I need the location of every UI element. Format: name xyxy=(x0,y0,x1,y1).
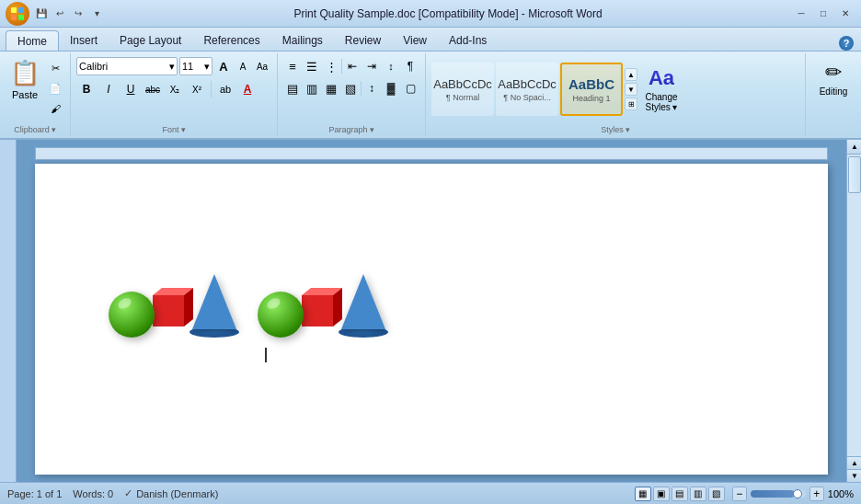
redo-quick-btn[interactable]: ↪ xyxy=(70,6,86,22)
font-divider xyxy=(211,81,212,97)
zoom-slider-thumb[interactable] xyxy=(793,489,802,498)
zoom-in-button[interactable]: + xyxy=(809,487,824,501)
multilevel-list-button[interactable]: ⋮ xyxy=(322,57,340,75)
web-layout-view-btn[interactable]: ▤ xyxy=(672,487,688,501)
tab-references[interactable]: References xyxy=(192,30,270,51)
superscript-button[interactable]: X² xyxy=(187,79,207,99)
font-family-selector[interactable]: Calibri ▾ xyxy=(76,57,178,75)
increase-indent-button[interactable]: ⇥ xyxy=(362,57,381,75)
clipboard-dialog-launcher[interactable]: ▾ xyxy=(52,125,56,134)
styles-expand-button[interactable]: ⊞ xyxy=(625,97,637,110)
help-button[interactable]: ? xyxy=(839,36,854,51)
cut-button[interactable]: ✂ xyxy=(46,59,64,77)
qa-dropdown-btn[interactable]: ▾ xyxy=(88,6,105,22)
style-heading1-box[interactable]: AaBbC Heading 1 xyxy=(560,63,623,116)
text-highlight-button[interactable]: ab xyxy=(215,79,235,99)
style-heading1-preview: AaBbC xyxy=(568,76,614,92)
underline-button[interactable]: U xyxy=(121,79,141,99)
tab-view[interactable]: View xyxy=(392,30,438,51)
bold-button[interactable]: B xyxy=(76,79,97,99)
show-hide-button[interactable]: ¶ xyxy=(401,57,419,75)
office-button[interactable] xyxy=(6,2,29,26)
zoom-slider[interactable] xyxy=(751,490,806,498)
close-button[interactable]: ✕ xyxy=(835,6,855,22)
style-nospace-box[interactable]: AaBbCcDc ¶ No Spaci... xyxy=(496,63,558,116)
zoom-percentage[interactable]: 100% xyxy=(828,488,854,499)
scroll-thumb[interactable] xyxy=(848,156,861,193)
main-area: ▲ ▲ ▼ xyxy=(0,140,861,482)
para-divider2 xyxy=(361,81,362,96)
align-left-button[interactable]: ▤ xyxy=(283,79,302,97)
font-color-button[interactable]: A xyxy=(237,79,258,99)
numbering-button[interactable]: ☰ xyxy=(303,57,321,75)
title-bar-left: 💾 ↩ ↪ ▾ xyxy=(6,2,105,26)
font-dialog-launcher[interactable]: ▾ xyxy=(181,125,186,134)
clear-formatting-btn[interactable]: Aa xyxy=(253,57,271,75)
editing-button[interactable]: ✏ Editing xyxy=(811,57,855,100)
full-screen-view-btn[interactable]: ▣ xyxy=(653,487,670,501)
tab-review[interactable]: Review xyxy=(334,30,392,51)
document-page[interactable] xyxy=(35,164,828,475)
borders-button[interactable]: ▢ xyxy=(401,79,419,97)
scroll-up-bottom-button[interactable]: ▲ xyxy=(847,456,861,469)
undo-quick-btn[interactable]: ↩ xyxy=(52,6,68,22)
scroll-track[interactable] xyxy=(847,155,861,456)
svg-rect-0 xyxy=(11,7,17,13)
editing-icon: ✏ xyxy=(825,61,842,85)
styles-scroll-down-button[interactable]: ▼ xyxy=(625,83,637,96)
view-buttons: ▦ ▣ ▤ ▥ ▧ xyxy=(635,487,725,501)
change-styles-button[interactable]: Aa ChangeStyles ▾ xyxy=(639,63,683,116)
bullets-button[interactable]: ≡ xyxy=(283,57,302,75)
red-box-1 xyxy=(149,286,193,333)
ribbon-toolbar: 📋 Paste ✂ 📄 🖌 Clipboard ▾ Calibri ▾ xyxy=(0,52,861,140)
page-count[interactable]: Page: 1 of 1 xyxy=(7,488,62,499)
scroll-down-bottom-button[interactable]: ▼ xyxy=(847,469,861,482)
language-indicator[interactable]: Danish (Denmark) xyxy=(136,488,218,499)
align-center-button[interactable]: ▥ xyxy=(303,79,321,97)
decrease-indent-button[interactable]: ⇤ xyxy=(343,57,362,75)
paragraph-dialog-launcher[interactable]: ▾ xyxy=(370,125,374,134)
paragraph-group: ≡ ☰ ⋮ ⇤ ⇥ ↕ ¶ ▤ ▥ ▦ ▧ ↕ ▓ ▢ Paragraph xyxy=(278,53,426,136)
word-count[interactable]: Words: 0 xyxy=(73,488,113,499)
styles-scroll-up-button[interactable]: ▲ xyxy=(625,68,637,81)
italic-button[interactable]: I xyxy=(98,79,119,99)
styles-dialog-launcher[interactable]: ▾ xyxy=(626,125,630,134)
tab-insert[interactable]: Insert xyxy=(59,30,109,51)
zoom-out-button[interactable]: − xyxy=(732,487,747,501)
subscript-button[interactable]: X₂ xyxy=(165,79,185,99)
language-check-icon: ✓ xyxy=(124,487,132,499)
increase-font-btn[interactable]: A xyxy=(214,57,233,75)
sort-button[interactable]: ↕ xyxy=(382,57,400,75)
outline-view-btn[interactable]: ▥ xyxy=(690,487,706,501)
font-size-selector[interactable]: 11 ▾ xyxy=(179,57,212,75)
window-title: Print Quality Sample.doc [Compatibility … xyxy=(105,7,791,20)
blue-cone-1 xyxy=(189,274,239,338)
justify-button[interactable]: ▧ xyxy=(341,79,360,97)
decrease-font-btn[interactable]: A xyxy=(234,57,252,75)
tab-pagelayout[interactable]: Page Layout xyxy=(109,30,192,51)
scroll-up-button[interactable]: ▲ xyxy=(847,140,861,155)
tab-home[interactable]: Home xyxy=(6,30,59,51)
svg-rect-4 xyxy=(153,295,184,326)
line-spacing-button[interactable]: ↕ xyxy=(362,79,381,97)
status-bar: Page: 1 of 1 Words: 0 ✓ Danish (Denmark)… xyxy=(0,482,861,504)
tab-mailings[interactable]: Mailings xyxy=(271,30,334,51)
style-normal-box[interactable]: AaBbCcDc ¶ Normal xyxy=(431,63,494,116)
maximize-button[interactable]: □ xyxy=(813,6,833,22)
draft-view-btn[interactable]: ▧ xyxy=(708,487,725,501)
window-controls: ─ □ ✕ xyxy=(791,6,855,22)
align-right-button[interactable]: ▦ xyxy=(322,79,340,97)
save-quick-btn[interactable]: 💾 xyxy=(33,6,50,22)
paste-button[interactable]: 📋 Paste xyxy=(6,57,44,101)
zoom-slider-fill xyxy=(751,490,795,498)
copy-button[interactable]: 📄 xyxy=(46,79,64,97)
format-painter-button[interactable]: 🖌 xyxy=(46,99,64,118)
strikethrough-button[interactable]: abc xyxy=(143,79,163,99)
tab-addins[interactable]: Add-Ins xyxy=(438,30,498,51)
shading-button[interactable]: ▓ xyxy=(382,79,400,97)
editing-group-label xyxy=(809,122,857,134)
red-box-2 xyxy=(298,286,342,333)
styles-content: AaBbCcDc ¶ Normal AaBbCcDc ¶ No Spaci...… xyxy=(430,55,801,123)
minimize-button[interactable]: ─ xyxy=(791,6,811,22)
print-layout-view-btn[interactable]: ▦ xyxy=(635,487,651,501)
